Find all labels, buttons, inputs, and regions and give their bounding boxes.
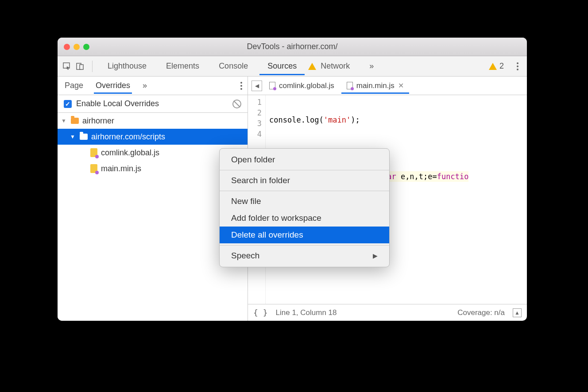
cursor-position: Line 1, Column 18 <box>276 308 337 317</box>
close-tab-icon[interactable]: ✕ <box>398 81 404 90</box>
tree-folder-scripts[interactable]: ▼ airhorner.com/scripts <box>58 129 248 145</box>
format-code-button[interactable]: { } <box>253 308 268 317</box>
sidebar-menu-icon[interactable] <box>240 82 242 90</box>
svg-rect-2 <box>80 65 83 69</box>
coverage-status: Coverage: n/a <box>457 308 505 317</box>
tree-file-label: main.min.js <box>101 164 141 173</box>
tab-lighthouse[interactable]: Lighthouse <box>100 57 155 75</box>
window-title: DevTools - airhorner.com/ <box>58 42 527 51</box>
editor-tab[interactable]: main.min.js ✕ <box>341 78 409 94</box>
menu-separator <box>220 245 389 246</box>
sidebar-tab-page[interactable]: Page <box>63 77 85 94</box>
clear-icon[interactable] <box>232 100 241 108</box>
js-file-icon <box>90 148 97 157</box>
tree-file-label: comlink.global.js <box>101 148 159 158</box>
main-toolbar: Lighthouse Elements Console Sources Netw… <box>58 56 527 77</box>
sidebar-tab-overrides[interactable]: Overrides <box>94 77 132 94</box>
menu-item-delete-all-overrides[interactable]: Delete all overrides <box>220 227 389 243</box>
warning-icon <box>308 63 316 70</box>
tab-sources[interactable]: Sources <box>259 57 305 75</box>
expand-icon: ▼ <box>70 134 76 140</box>
maximize-window-button[interactable] <box>83 44 89 50</box>
folder-icon <box>80 134 88 140</box>
expand-icon: ▼ <box>61 118 67 124</box>
submenu-arrow-icon: ▶ <box>373 252 378 259</box>
titlebar: DevTools - airhorner.com/ <box>58 38 527 56</box>
menu-item-add-folder-workspace[interactable]: Add folder to workspace <box>220 210 389 227</box>
menu-separator <box>220 191 389 191</box>
sidebar-more-tabs[interactable]: » <box>141 77 149 94</box>
close-window-button[interactable] <box>64 44 70 50</box>
tree-root-folder[interactable]: ▼ airhorner <box>58 113 248 129</box>
file-icon <box>347 82 353 89</box>
warning-icon <box>489 63 497 70</box>
menu-item-new-file[interactable]: New file <box>220 193 389 210</box>
tree-folder-label: airhorner.com/scripts <box>91 132 165 142</box>
editor-tabs: ◀ comlink.global.js main.min.js ✕ <box>248 77 527 95</box>
tab-elements[interactable]: Elements <box>158 57 207 75</box>
menu-item-speech[interactable]: Speech▶ <box>220 247 389 264</box>
folder-icon <box>71 118 79 124</box>
traffic-lights <box>58 44 89 50</box>
editor-statusbar: { } Line 1, Column 18 Coverage: n/a ▲ <box>248 304 527 321</box>
sidebar-tabs: Page Overrides » <box>58 77 248 95</box>
menu-item-search-in-folder[interactable]: Search in folder <box>220 172 389 189</box>
tab-network[interactable]: Network <box>319 57 358 75</box>
js-file-icon <box>90 164 97 173</box>
menu-separator <box>220 170 389 170</box>
editor-tab-label: comlink.global.js <box>279 81 334 90</box>
minimize-window-button[interactable] <box>74 44 80 50</box>
device-toolbar-icon[interactable] <box>75 61 85 71</box>
enable-overrides-label: Enable Local Overrides <box>76 99 159 108</box>
navigate-back-icon[interactable]: ◀ <box>251 81 262 91</box>
tree-folder-label: airhorner <box>82 116 114 126</box>
settings-menu-icon[interactable] <box>513 61 522 71</box>
inspect-element-icon[interactable] <box>62 61 72 71</box>
more-tabs-button[interactable]: » <box>361 57 382 75</box>
editor-tab[interactable]: comlink.global.js <box>264 78 340 94</box>
menu-item-open-folder[interactable]: Open folder <box>220 151 389 168</box>
enable-overrides-checkbox[interactable] <box>64 100 72 108</box>
file-icon <box>269 82 275 89</box>
context-menu: Open folder Search in folder New file Ad… <box>219 148 390 267</box>
overrides-toolbar: Enable Local Overrides <box>58 95 248 113</box>
editor-tab-label: main.min.js <box>356 81 395 90</box>
warning-count[interactable]: 2 <box>499 61 504 71</box>
expand-icon[interactable]: ▲ <box>513 308 522 317</box>
tab-console[interactable]: Console <box>211 57 256 75</box>
